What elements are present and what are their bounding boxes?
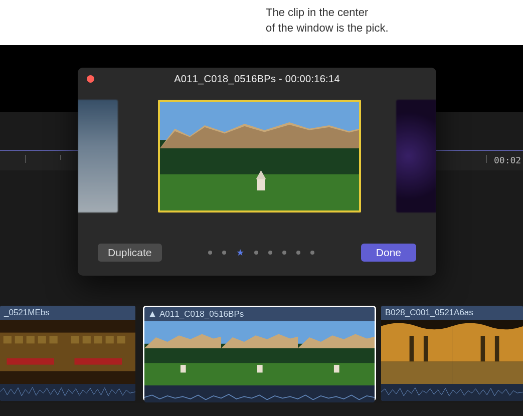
svg-rect-32	[257, 365, 263, 372]
svg-rect-14	[7, 358, 55, 365]
clip-frame-icon	[144, 321, 221, 385]
svg-rect-27	[181, 365, 186, 372]
audition-icon	[148, 310, 156, 318]
svg-rect-24	[144, 360, 221, 385]
svg-rect-45	[494, 336, 498, 361]
timeline-clip[interactable]: _0521MEbs	[0, 306, 135, 401]
svg-rect-39	[381, 361, 452, 384]
svg-rect-40	[410, 336, 414, 361]
svg-rect-11	[27, 336, 35, 343]
audition-thumb-next[interactable]	[396, 100, 436, 213]
audition-dot[interactable]	[296, 251, 300, 255]
audition-dots: ★	[208, 249, 314, 257]
ruler-tick	[25, 155, 26, 163]
clip-name: B028_C001_0521A6as	[385, 308, 473, 318]
waveform-icon	[144, 387, 375, 407]
clip-frame-icon	[298, 321, 375, 385]
svg-rect-29	[221, 360, 298, 385]
svg-rect-10	[15, 336, 23, 343]
clip-audio-waveform	[0, 384, 135, 401]
svg-rect-37	[334, 365, 339, 372]
timeline-clip[interactable]: B028_C001_0521A6as	[381, 306, 523, 401]
clip-header: B028_C001_0521A6as	[381, 306, 523, 320]
timeline-clip-selected[interactable]: A011_C018_0516BPs	[143, 306, 376, 401]
svg-rect-34	[298, 360, 375, 385]
done-button[interactable]: Done	[361, 244, 416, 262]
close-icon[interactable]	[87, 75, 94, 83]
svg-rect-21	[117, 336, 125, 343]
annotation-line2: of the window is the pick.	[266, 21, 389, 36]
audition-titlebar[interactable]: A011_C018_0516BPs - 00:00:16:14	[78, 68, 436, 90]
ruler-tick	[486, 155, 487, 163]
clip-header: _0521MEbs	[0, 306, 135, 320]
clip-thumbnail-icon	[160, 102, 359, 211]
svg-rect-44	[480, 336, 484, 361]
svg-rect-19	[94, 336, 102, 343]
audition-carousel[interactable]	[78, 100, 436, 225]
clip-frame-icon	[452, 320, 524, 384]
svg-rect-20	[106, 336, 114, 343]
duplicate-button[interactable]: Duplicate	[98, 244, 162, 262]
audition-thumb-pick[interactable]	[158, 100, 361, 213]
annotation-label: The clip in the center of the window is …	[266, 5, 389, 36]
audition-dot[interactable]	[310, 251, 314, 255]
clip-filmstrip	[381, 320, 523, 384]
ruler-timecode: 00:02	[494, 155, 521, 165]
audition-dot[interactable]	[208, 251, 212, 255]
svg-rect-13	[50, 336, 58, 343]
audition-dot[interactable]	[254, 251, 258, 255]
clip-name: _0521MEbs	[4, 308, 50, 318]
clip-frame-icon	[0, 320, 68, 384]
audition-window: A011_C018_0516BPs - 00:00:16:14 Duplicat…	[78, 68, 436, 276]
clip-filmstrip	[144, 321, 375, 385]
clip-audio-waveform	[381, 384, 523, 401]
audition-dot[interactable]	[282, 251, 286, 255]
audition-controls: Duplicate ★ Done	[78, 244, 436, 262]
svg-rect-41	[424, 336, 428, 361]
clip-frame-icon	[381, 320, 452, 384]
clip-name: A011_C018_0516BPs	[159, 309, 244, 319]
svg-rect-12	[38, 336, 46, 343]
svg-rect-22	[75, 358, 122, 365]
svg-rect-18	[83, 336, 91, 343]
svg-rect-17	[71, 336, 79, 343]
clip-header: A011_C018_0516BPs	[144, 307, 375, 321]
audition-dot[interactable]	[268, 251, 272, 255]
waveform-icon	[381, 386, 523, 398]
audition-title: A011_C018_0516BPs - 00:00:16:14	[174, 73, 340, 85]
annotation-line1: The clip in the center	[266, 5, 389, 21]
audition-thumb-prev[interactable]	[78, 100, 118, 213]
svg-rect-9	[4, 336, 12, 343]
audition-dot[interactable]	[222, 251, 226, 255]
star-icon[interactable]: ★	[236, 249, 244, 257]
clip-audio-waveform	[144, 385, 375, 402]
clip-frame-icon	[221, 321, 298, 385]
clip-filmstrip	[0, 320, 135, 384]
svg-rect-43	[452, 361, 524, 384]
svg-rect-5	[257, 178, 265, 190]
waveform-icon	[0, 386, 135, 397]
clip-frame-icon	[68, 320, 135, 384]
ruler-tick	[60, 155, 61, 160]
timeline-clips-row[interactable]: _0521MEbs A	[0, 306, 523, 403]
